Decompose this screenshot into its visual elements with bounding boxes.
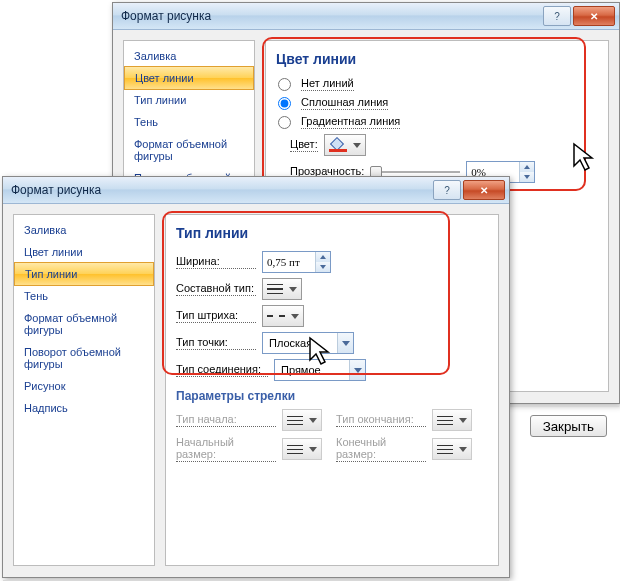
section-title: Тип линии <box>176 225 488 241</box>
size-end-icon <box>437 442 453 456</box>
nav-3d-format[interactable]: Формат объемной фигуры <box>14 307 154 341</box>
nav-3d-rotation[interactable]: Поворот объемной фигуры <box>14 341 154 375</box>
nav-line-color[interactable]: Цвет линии <box>124 66 254 90</box>
radio-solid-line[interactable] <box>278 97 291 110</box>
width-input[interactable] <box>263 252 315 272</box>
dash-type-button[interactable] <box>262 305 304 327</box>
spin-down-icon[interactable] <box>316 262 330 272</box>
arrows-subsection-title: Параметры стрелки <box>176 389 488 403</box>
radio-label-no-line: Нет линий <box>301 77 354 91</box>
spin-up-icon[interactable] <box>316 252 330 262</box>
end-size-label: Конечный размер: <box>336 436 426 462</box>
begin-type-label: Тип начала: <box>176 413 276 427</box>
close-button[interactable]: Закрыть <box>530 415 607 437</box>
begin-size-button <box>282 438 322 460</box>
cap-label: Тип точки: <box>176 336 256 350</box>
radio-no-line[interactable] <box>278 78 291 91</box>
width-spinner[interactable] <box>262 251 331 273</box>
section-title: Цвет линии <box>276 51 598 67</box>
nav-fill[interactable]: Заливка <box>124 45 254 67</box>
help-button[interactable]: ? <box>433 180 461 200</box>
compound-label: Составной тип: <box>176 282 256 296</box>
compound-lines-icon <box>267 282 283 296</box>
window-title: Формат рисунка <box>121 9 211 23</box>
radio-gradient-line[interactable] <box>278 116 291 129</box>
nav-shadow[interactable]: Тень <box>124 111 254 133</box>
dialog-format-picture-2: Формат рисунка ? ✕ Заливка Цвет линии Ти… <box>2 176 510 578</box>
settings-pane: Тип линии Ширина: Составной тип: Тип штр… <box>165 214 499 566</box>
join-type-value: Прямое <box>275 364 349 376</box>
nav-3d-format[interactable]: Формат объемной фигуры <box>124 133 254 167</box>
nav-picture[interactable]: Рисунок <box>14 375 154 397</box>
arrow-end-icon <box>437 413 453 427</box>
color-label: Цвет: <box>290 138 318 152</box>
help-button[interactable]: ? <box>543 6 571 26</box>
nav-line-color[interactable]: Цвет линии <box>14 241 154 263</box>
close-icon[interactable]: ✕ <box>463 180 505 200</box>
radio-label-solid: Сплошная линия <box>301 96 388 110</box>
window-title: Формат рисунка <box>11 183 101 197</box>
titlebar[interactable]: Формат рисунка ? ✕ <box>3 177 509 204</box>
begin-size-label: Начальный размер: <box>176 436 276 462</box>
cap-type-value: Плоская <box>263 337 337 349</box>
cap-type-select[interactable]: Плоская <box>262 332 354 354</box>
color-picker-button[interactable] <box>324 134 366 156</box>
end-type-label: Тип окончания: <box>336 413 426 427</box>
nav-line-type[interactable]: Тип линии <box>124 89 254 111</box>
compound-type-button[interactable] <box>262 278 302 300</box>
end-size-button <box>432 438 472 460</box>
nav-textbox[interactable]: Надпись <box>14 397 154 419</box>
dash-icon <box>267 311 285 321</box>
size-begin-icon <box>287 442 303 456</box>
nav-line-type[interactable]: Тип линии <box>14 262 154 286</box>
paint-bucket-icon <box>329 138 347 152</box>
spin-down-icon[interactable] <box>520 172 534 182</box>
spin-up-icon[interactable] <box>520 162 534 172</box>
begin-type-button <box>282 409 322 431</box>
radio-label-gradient: Градиентная линия <box>301 115 400 129</box>
end-type-button <box>432 409 472 431</box>
join-type-select[interactable]: Прямое <box>274 359 366 381</box>
nav-shadow[interactable]: Тень <box>14 285 154 307</box>
width-label: Ширина: <box>176 255 256 269</box>
nav-fill[interactable]: Заливка <box>14 219 154 241</box>
titlebar[interactable]: Формат рисунка ? ✕ <box>113 3 619 30</box>
dash-label: Тип штриха: <box>176 309 256 323</box>
close-icon[interactable]: ✕ <box>573 6 615 26</box>
category-nav: Заливка Цвет линии Тип линии Тень Формат… <box>13 214 155 566</box>
arrow-begin-icon <box>287 413 303 427</box>
join-label: Тип соединения: <box>176 363 268 377</box>
